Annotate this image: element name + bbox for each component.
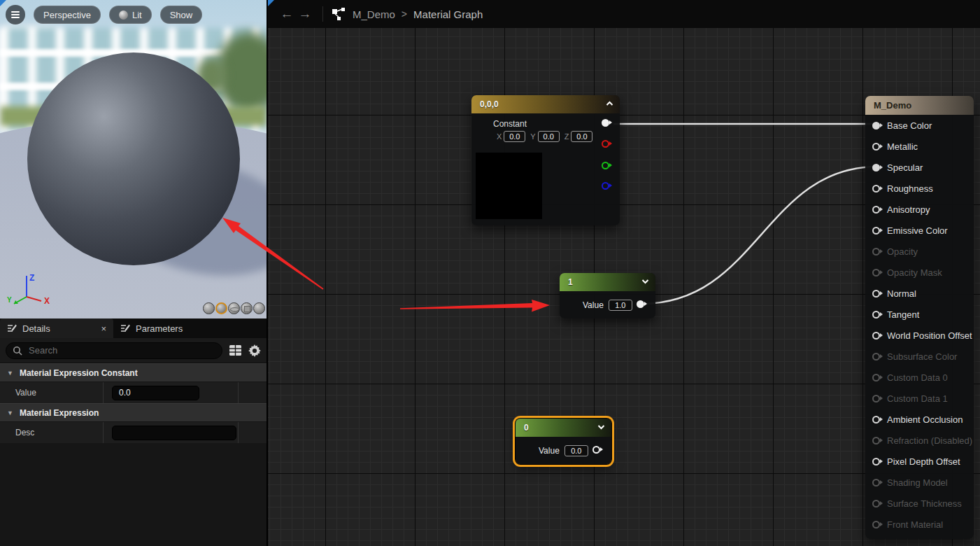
material-input-pin-row[interactable]: Shading Model — [865, 472, 974, 493]
input-pin-icon[interactable] — [872, 269, 880, 276]
column-view-icon[interactable] — [229, 344, 242, 356]
perspective-button[interactable]: Perspective — [34, 6, 101, 24]
material-input-pin-row[interactable]: Pixel Depth Offset — [865, 451, 974, 472]
material-input-pin-row[interactable]: Surface Thickness — [865, 493, 974, 514]
material-input-pin-row[interactable]: Tangent — [865, 304, 974, 325]
input-pin-icon[interactable] — [872, 521, 880, 528]
node-header[interactable]: 0,0,0 — [471, 95, 620, 113]
section-material-expression[interactable]: ▼ Material Expression — [0, 403, 267, 421]
input-pin-icon[interactable] — [872, 416, 880, 424]
viewport-menu-button[interactable] — [6, 5, 25, 24]
material-input-pin-row[interactable]: Normal — [865, 283, 974, 304]
input-pin-icon[interactable] — [872, 479, 880, 486]
active-panel-corner-indicator — [268, 0, 274, 6]
desc-input[interactable] — [112, 426, 236, 440]
output-pin-rgb[interactable] — [602, 119, 609, 127]
node-constant-zero-selected[interactable]: 0 Value 0.0 — [516, 419, 611, 464]
material-input-pin-row[interactable]: World Position Offset — [865, 325, 974, 346]
node-title: 0,0,0 — [471, 99, 499, 109]
input-pin-icon[interactable] — [872, 500, 880, 507]
input-pin-label: World Position Offset — [887, 330, 972, 341]
node-header[interactable]: 0 — [516, 419, 611, 437]
node-material-output[interactable]: M_Demo Base Color Metallic Specular R — [865, 96, 974, 539]
search-box[interactable] — [6, 342, 222, 359]
lit-button[interactable]: Lit — [109, 6, 152, 24]
tab-details[interactable]: Details × — [0, 318, 113, 338]
expand-chevron-down-icon[interactable] — [641, 279, 649, 284]
material-input-pin-row[interactable]: Metallic — [865, 136, 974, 157]
output-pin[interactable] — [592, 446, 600, 454]
input-pin-icon[interactable] — [872, 311, 880, 318]
collapse-triangle-icon: ▼ — [7, 410, 13, 416]
input-pin-icon[interactable] — [872, 332, 880, 340]
output-pin-b[interactable] — [602, 182, 609, 190]
input-pin-icon[interactable] — [872, 122, 880, 130]
input-pin-icon[interactable] — [872, 227, 880, 234]
input-pin-icon[interactable] — [872, 185, 880, 192]
axis-field-input[interactable]: 0.0 — [538, 131, 560, 142]
axis-y-label: Y — [7, 296, 12, 304]
input-pin-icon[interactable] — [872, 290, 880, 298]
material-input-pin-row[interactable]: Subsurface Color — [865, 346, 974, 367]
back-arrow-icon[interactable]: ← — [278, 6, 296, 22]
input-pin-icon[interactable] — [872, 143, 880, 150]
output-pin-r[interactable] — [602, 140, 609, 148]
node-constant-one[interactable]: 1 Value 1.0 — [560, 273, 655, 318]
forward-arrow-icon[interactable]: → — [296, 6, 314, 22]
material-input-pin-row[interactable]: Specular — [865, 157, 974, 178]
mesh-sphere-button[interactable] — [215, 302, 227, 314]
value-field[interactable]: 1.0 — [609, 300, 632, 311]
material-input-pin-row[interactable]: Custom Data 1 — [865, 388, 974, 409]
output-pin-g[interactable] — [602, 162, 609, 169]
hamburger-icon — [11, 14, 20, 15]
output-pin[interactable] — [637, 300, 644, 308]
material-input-pin-row[interactable]: Opacity Mask — [865, 262, 974, 283]
input-pin-icon[interactable] — [872, 353, 880, 360]
material-input-pin-row[interactable]: Opacity — [865, 241, 974, 262]
material-input-pin-row[interactable]: Front Material — [865, 514, 974, 535]
details-tab-icon — [7, 323, 17, 333]
close-tab-icon[interactable]: × — [101, 323, 106, 334]
mesh-teapot-button[interactable] — [253, 302, 265, 314]
mesh-plane-button[interactable] — [228, 302, 240, 314]
show-button[interactable]: Show — [160, 6, 203, 24]
material-input-pin-row[interactable]: Ambient Occlusion — [865, 409, 974, 430]
node-header[interactable]: 1 — [560, 273, 655, 291]
mesh-cylinder-button[interactable] — [203, 302, 215, 314]
node-constant3vector[interactable]: 0,0,0 Constant X 0.0 Y 0.0 Z 0.0 — [471, 95, 620, 225]
material-input-pin-row[interactable]: Custom Data 0 — [865, 367, 974, 388]
graph-icon — [332, 7, 346, 21]
input-pin-label: Metallic — [887, 141, 918, 152]
section-material-expression-constant[interactable]: ▼ Material Expression Constant — [0, 363, 267, 382]
breadcrumb-separator: > — [402, 8, 407, 20]
expand-chevron-down-icon[interactable] — [597, 424, 605, 430]
material-input-pin-row[interactable]: Anisotropy — [865, 199, 974, 220]
material-input-pin-row[interactable]: Base Color — [865, 115, 974, 136]
details-panel: Details × Parameters — [0, 318, 267, 546]
input-pin-icon[interactable] — [872, 164, 880, 172]
collapse-chevron-up-icon[interactable] — [606, 101, 613, 106]
material-input-pin-row[interactable]: Refraction (Disabled) — [865, 430, 974, 451]
preview-viewport[interactable]: Perspective Lit Show Z X Y — [0, 0, 267, 318]
input-pin-icon[interactable] — [872, 395, 880, 402]
node-header[interactable]: M_Demo — [865, 96, 974, 115]
settings-gear-icon[interactable] — [248, 344, 261, 357]
search-input[interactable] — [27, 344, 215, 356]
input-pin-icon[interactable] — [872, 437, 880, 444]
material-input-pin-row[interactable]: Emissive Color — [865, 220, 974, 241]
mesh-cube-button[interactable] — [241, 302, 253, 314]
breadcrumb-asset[interactable]: M_Demo — [353, 8, 395, 20]
lit-sphere-icon — [119, 10, 128, 20]
node-title: 1 — [560, 277, 573, 287]
input-pin-icon[interactable] — [872, 374, 880, 382]
input-pin-icon[interactable] — [872, 458, 880, 465]
material-editor-window: Perspective Lit Show Z X Y — [0, 0, 980, 546]
value-field[interactable]: 0.0 — [564, 445, 588, 456]
axis-field-input[interactable]: 0.0 — [571, 131, 592, 142]
tab-parameters[interactable]: Parameters — [113, 318, 190, 338]
input-pin-icon[interactable] — [872, 206, 880, 214]
axis-field-input[interactable]: 0.0 — [504, 131, 525, 142]
input-pin-icon[interactable] — [872, 248, 880, 255]
material-input-pin-row[interactable]: Roughness — [865, 178, 974, 199]
value-input[interactable]: 0.0 — [112, 386, 199, 400]
